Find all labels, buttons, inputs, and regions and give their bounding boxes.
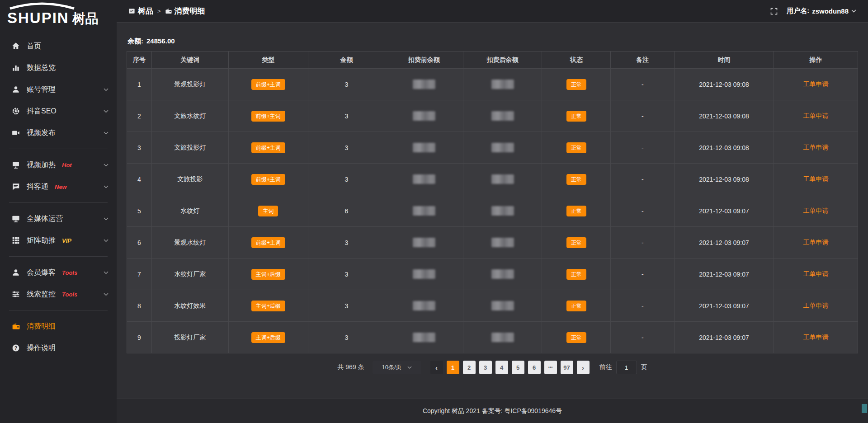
cell-status: 正常 — [542, 195, 611, 227]
work-order-link[interactable]: 工单申请 — [803, 207, 828, 214]
cell-amount: 3 — [308, 258, 385, 290]
menu-divider — [9, 149, 108, 149]
sidebar-item-8[interactable]: 抖客通New — [0, 176, 117, 197]
cell-post-balance — [463, 164, 542, 195]
page-button-5[interactable]: 5 — [512, 361, 524, 374]
menu-divider — [9, 202, 108, 203]
table-row: 5水纹灯主词6正常-2021-12-03 09:07工单申请 — [127, 195, 858, 227]
topbar-right: 用户名: zswodun88 — [770, 7, 856, 15]
masked-balance — [491, 333, 514, 342]
work-order-link[interactable]: 工单申请 — [803, 270, 828, 277]
sidebar-item-label: 抖客通 — [27, 182, 48, 192]
masked-balance — [413, 206, 435, 216]
cell-type: 前缀+主词 — [228, 69, 308, 100]
cell-note: - — [611, 195, 675, 227]
column-header: 时间 — [675, 52, 774, 69]
sidebar-item-1[interactable]: 首页 — [0, 35, 117, 57]
sidebar-item-17[interactable]: ?操作说明 — [0, 337, 117, 359]
cell-index: 4 — [127, 164, 152, 195]
cell-time: 2021-12-03 09:08 — [675, 164, 774, 195]
cell-index: 8 — [127, 290, 152, 322]
sidebar-item-label: 线索监控 — [27, 290, 56, 299]
sidebar-item-16[interactable]: 消费明细 — [0, 315, 117, 337]
sidebar-item-label: 首页 — [27, 42, 41, 51]
cell-status: 正常 — [542, 227, 611, 258]
cell-note: - — [611, 69, 675, 100]
cell-index: 1 — [127, 69, 152, 100]
cell-post-balance — [463, 258, 542, 290]
status-badge: 正常 — [566, 237, 586, 248]
next-page-button[interactable]: › — [577, 361, 590, 374]
type-tag: 前缀+主词 — [251, 111, 285, 122]
fullscreen-icon[interactable] — [770, 8, 778, 15]
user-menu[interactable]: 用户名: zswodun88 — [787, 7, 856, 15]
logo-cjk-text: 树品 — [72, 12, 99, 25]
page-button-4[interactable]: 4 — [495, 361, 508, 374]
sidebar-item-7[interactable]: 视频加热Hot — [0, 154, 117, 176]
cell-type: 前缀+主词 — [228, 227, 308, 258]
sidebar-item-label: 视频加热 — [27, 160, 56, 170]
work-order-link[interactable]: 工单申请 — [803, 239, 828, 246]
work-order-link[interactable]: 工单申请 — [803, 302, 828, 309]
wallet-icon — [12, 322, 20, 330]
cell-amount: 3 — [308, 100, 385, 132]
work-order-link[interactable]: 工单申请 — [803, 80, 828, 88]
chevron-down-icon — [104, 110, 108, 113]
cell-status: 正常 — [542, 164, 611, 195]
sidebar-item-10[interactable]: 全媒体运营 — [0, 208, 117, 230]
cell-note: - — [611, 100, 675, 132]
masked-balance — [413, 333, 435, 342]
table-header-row: 序号关键词类型金额扣费前余额扣费后余额状态备注时间操作 — [127, 52, 858, 69]
page-size-value: 10条/页 — [382, 363, 402, 371]
sidebar-item-3[interactable]: 账号管理 — [0, 79, 117, 100]
cell-index: 9 — [127, 322, 152, 353]
footer: Copyright 树品 2021 备案号: 粤ICP备09019646号 — [117, 399, 868, 423]
cell-note: - — [611, 227, 675, 258]
work-order-link[interactable]: 工单申请 — [803, 334, 828, 341]
table-row: 6景观水纹灯前缀+主词3正常-2021-12-03 09:07工单申请 — [127, 227, 858, 258]
consumption-table: 序号关键词类型金额扣费前余额扣费后余额状态备注时间操作 1景观投影灯前缀+主词3… — [127, 51, 858, 353]
cell-keyword: 文旅投影 — [151, 164, 228, 195]
cell-status: 正常 — [542, 69, 611, 100]
page-button-97[interactable]: 97 — [561, 361, 573, 374]
goto-page-input[interactable] — [616, 361, 637, 374]
sidebar-item-4[interactable]: 抖音SEO — [0, 100, 117, 122]
table-row: 2文旅水纹灯前缀+主词3正常-2021-12-03 09:08工单申请 — [127, 100, 858, 132]
breadcrumb-item-2[interactable]: 消费明细 — [165, 6, 205, 16]
work-order-link[interactable]: 工单申请 — [803, 175, 828, 183]
sidebar-item-14[interactable]: 线索监控Tools — [0, 283, 117, 305]
sidebar-item-2[interactable]: 数据总览 — [0, 57, 117, 79]
prev-page-button[interactable]: ‹ — [430, 361, 443, 374]
masked-balance — [413, 80, 435, 89]
sidebar-item-11[interactable]: 矩阵助推VIP — [0, 230, 117, 251]
masked-balance — [413, 174, 435, 184]
cell-index: 2 — [127, 100, 152, 132]
column-header: 扣费后余额 — [463, 52, 542, 69]
cell-status: 正常 — [542, 322, 611, 353]
type-tag: 前缀+主词 — [251, 79, 285, 90]
username-label: 用户名: — [787, 7, 809, 15]
app-logo[interactable]: SHUPIN 树品 — [0, 0, 117, 29]
sidebar-item-5[interactable]: 视频发布 — [0, 122, 117, 144]
ellipsis-page-button[interactable]: ••• — [544, 361, 557, 374]
video-icon — [12, 129, 20, 137]
page-button-3[interactable]: 3 — [479, 361, 492, 374]
menu-divider — [9, 310, 108, 310]
cell-keyword: 文旅投影灯 — [151, 132, 228, 164]
goto-label: 前往 — [599, 363, 612, 371]
page-buttons: 123456•••97 — [447, 361, 573, 374]
sidebar-item-13[interactable]: 会员爆客Tools — [0, 262, 117, 283]
masked-balance — [491, 80, 514, 89]
logo-arc — [8, 2, 76, 9]
page-size-select[interactable]: 10条/页 — [373, 361, 421, 374]
work-order-link[interactable]: 工单申请 — [803, 144, 828, 151]
work-order-link[interactable]: 工单申请 — [803, 112, 828, 119]
cell-post-balance — [463, 132, 542, 164]
page-button-6[interactable]: 6 — [528, 361, 541, 374]
breadcrumb-item-1[interactable]: 树品 — [128, 6, 153, 16]
logo-latin-text: SHUPIN — [7, 10, 69, 25]
page-button-2[interactable]: 2 — [463, 361, 476, 374]
page-button-1[interactable]: 1 — [447, 361, 459, 374]
sidebar-item-label: 账号管理 — [27, 85, 56, 94]
balance-line: 余额: 24856.00 — [127, 37, 858, 46]
